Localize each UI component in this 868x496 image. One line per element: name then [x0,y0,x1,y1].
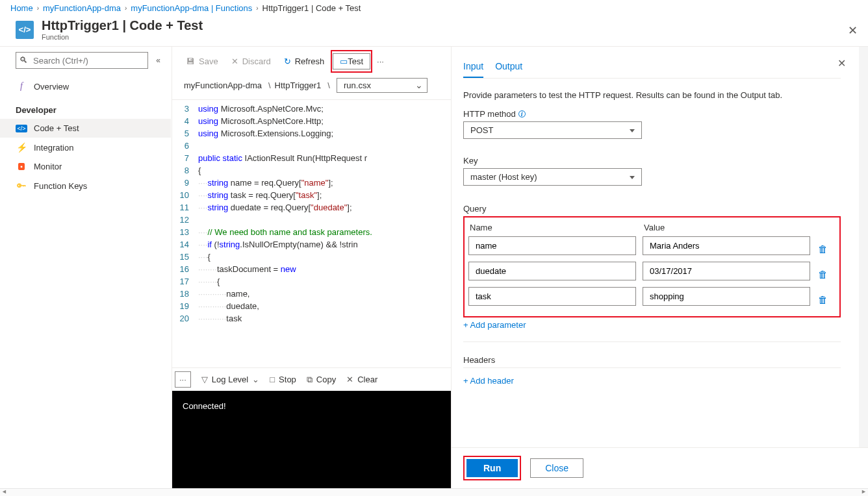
query-value-input[interactable] [643,262,810,280]
fx-icon: f [16,81,27,92]
sidebar-item-label: Function Keys [34,181,87,191]
key-label: Key [463,156,841,166]
refresh-button[interactable]: ↻ Refresh [277,53,331,69]
query-name-input[interactable] [468,287,636,306]
panel-tabs: Input Output [463,57,841,79]
sidebar-item-monitor[interactable]: ▪ Monitor [0,157,171,176]
query-value-header: Value [644,223,665,232]
tab-output[interactable]: Output [495,57,522,78]
panel-description: Provide parameters to test the HTTP requ… [463,90,841,100]
chevron-right-icon: › [37,5,39,12]
page-title: HttpTrigger1 | Code + Test [42,18,203,33]
log-level-button[interactable]: ▽ Log Level ⌄ [196,372,264,387]
http-method-select[interactable]: POST [463,121,642,139]
discard-icon: ✕ [231,56,238,66]
key-select[interactable]: master (Host key) [463,168,642,186]
sidebar-item-label: Monitor [34,162,62,171]
sidebar-item-function-keys[interactable]: 🔑︎ Function Keys [0,176,171,195]
save-icon: 💾︎ [186,56,195,66]
copy-icon: ⧉ [307,375,313,385]
sidebar-item-code-test[interactable]: </> Code + Test [0,119,171,138]
sidebar-item-label: Code + Test [34,123,79,133]
search-icon: 🔍︎ [19,55,28,65]
sidebar-item-label: Integration [34,143,73,153]
more-button[interactable]: ··· [372,53,389,69]
chevron-right-icon: › [256,5,258,12]
add-parameter-link[interactable]: + Add parameter [463,317,526,332]
test-button-highlight: ▭ Test [331,50,372,73]
query-value-input[interactable] [643,236,810,255]
page-header: </> HttpTrigger1 | Code + Test Function … [0,16,868,47]
breadcrumb: Home › myFunctionApp-dma › myFunctionApp… [0,0,868,16]
function-icon: </> [16,21,34,39]
page-subtitle: Function [42,33,203,41]
path-separator: \ [268,81,271,90]
query-value-input[interactable] [643,287,810,306]
breadcrumb-current: HttpTrigger1 | Code + Test [262,3,361,13]
file-selector[interactable]: run.csx [337,78,428,93]
path-func: HttpTrigger1 [275,81,322,90]
panel-footer: Run Close [452,447,868,488]
test-icon: ▭ [340,56,348,66]
key-icon: 🔑︎ [16,180,27,191]
copy-button[interactable]: ⧉ Copy [301,372,341,388]
run-button-highlight: Run [463,456,521,480]
path-separator: \ [327,81,330,90]
code-editor[interactable]: 3using Microsoft.AspNetCore.Mvc;4using M… [172,99,451,367]
info-icon[interactable]: i [518,110,526,118]
stop-icon: □ [270,375,275,384]
breadcrumb-home[interactable]: Home [10,3,33,13]
sidebar-item-integration[interactable]: ⚡ Integration [0,138,171,157]
test-panel: ✕ Input Output Provide parameters to tes… [451,47,868,488]
add-header-link[interactable]: + Add header [463,373,514,388]
delete-icon[interactable]: 🗑 [818,294,828,305]
query-label: Query [463,204,841,214]
headers-label: Headers [463,355,841,365]
delete-icon[interactable]: 🗑 [818,269,828,280]
run-button[interactable]: Run [466,459,518,477]
file-path-bar: myFunctionApp-dma \ HttpTrigger1 \ run.c… [172,75,451,99]
breadcrumb-functions[interactable]: myFunctionApp-dma | Functions [131,3,252,13]
filter-icon: ▽ [201,375,208,384]
breadcrumb-app[interactable]: myFunctionApp-dma [43,3,121,13]
horizontal-scrollbar[interactable] [0,488,868,496]
save-button[interactable]: 💾︎ Save [180,53,225,69]
search-input[interactable] [16,52,148,69]
sidebar: 🔍︎ « f Overview Developer </> Code + Tes… [0,47,172,488]
http-method-label: HTTP methodi [463,109,841,119]
close-icon[interactable]: ✕ [848,23,858,38]
console-status: Connected! [183,401,226,411]
chevron-down-icon: ⌄ [252,375,259,384]
query-name-header: Name [470,223,644,232]
query-name-input[interactable] [468,262,636,280]
clear-icon: ✕ [346,375,353,384]
editor-pane: 💾︎ Save ✕ Discard ↻ Refresh ▭ Test ··· m… [172,47,451,488]
log-console[interactable]: Connected! [172,391,451,488]
collapse-sidebar-icon[interactable]: « [156,56,160,65]
clear-button[interactable]: ✕ Clear [341,372,383,387]
code-icon: </> [16,125,27,132]
sidebar-item-label: Overview [34,82,69,92]
chevron-right-icon: › [125,5,127,12]
query-name-input[interactable] [468,236,636,255]
editor-toolbar: 💾︎ Save ✕ Discard ↻ Refresh ▭ Test ··· [172,47,451,75]
stop-button[interactable]: □ Stop [264,372,301,387]
query-params-highlight: Name Value 🗑🗑🗑 [463,216,841,317]
discard-button[interactable]: ✕ Discard [225,53,277,69]
log-toolbar: ··· ▽ Log Level ⌄ □ Stop ⧉ Copy ✕ Clear [172,367,451,391]
refresh-icon: ↻ [284,56,291,66]
delete-icon[interactable]: 🗑 [818,243,828,254]
sidebar-item-overview[interactable]: f Overview [0,77,171,96]
bolt-icon: ⚡ [16,142,27,153]
monitor-icon: ▪ [16,163,27,170]
log-more-button[interactable]: ··· [175,371,191,388]
close-button[interactable]: Close [530,458,583,478]
tab-input[interactable]: Input [463,57,483,78]
test-button[interactable]: ▭ Test [333,53,370,69]
path-app: myFunctionApp-dma [184,81,262,90]
sidebar-heading-developer: Developer [0,96,171,119]
